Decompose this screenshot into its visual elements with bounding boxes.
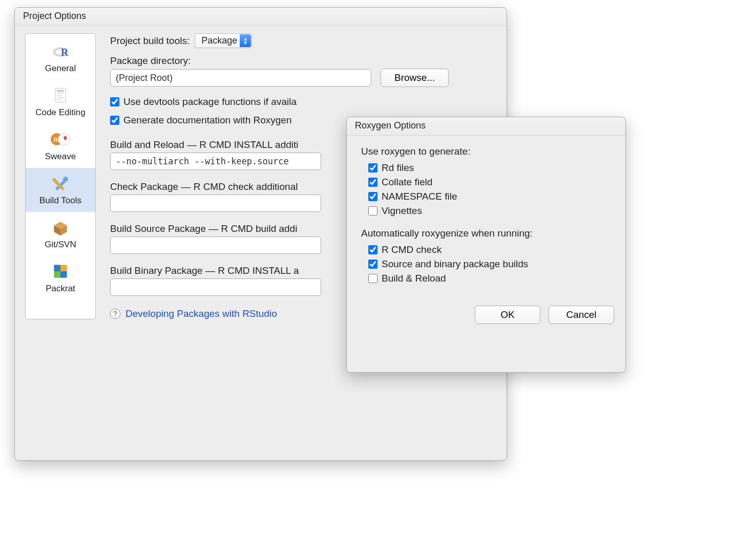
rox-gen-collate-label: Collate field	[382, 177, 432, 188]
tools-icon	[49, 173, 72, 193]
help-link[interactable]: Developing Packages with RStudio	[125, 308, 277, 319]
svg-point-12	[63, 177, 68, 182]
roxygen-options-window: Roxygen Options Use roxygen to generate:…	[346, 117, 626, 373]
rox-gen-namespace-checkbox[interactable]	[368, 192, 377, 201]
svg-rect-15	[60, 265, 67, 271]
pkg-dir-label: Package directory:	[110, 55, 490, 67]
sweave-icon: Rnw	[49, 129, 72, 149]
sidebar-item-git-svn[interactable]: Git/SVN	[26, 212, 95, 256]
build-reload-field[interactable]	[110, 153, 321, 170]
build-src-field[interactable]	[110, 236, 321, 254]
svg-rect-14	[54, 265, 60, 271]
project-options-title: Project Options	[15, 8, 507, 26]
roxygen-gen-label: Use roxygen to generate:	[361, 146, 611, 157]
roxygen-body: Use roxygen to generate: Rd files Collat…	[347, 136, 625, 306]
chevron-updown-icon: ▲▼	[240, 34, 251, 47]
sidebar-item-label: Sweave	[45, 152, 76, 162]
pkg-dir-field[interactable]	[110, 69, 371, 87]
check-pkg-field[interactable]	[110, 195, 321, 212]
svg-text:R: R	[61, 47, 69, 58]
roxygen-cancel-button[interactable]: Cancel	[549, 306, 614, 324]
rox-auto-srcbin-label: Source and binary package builds	[382, 259, 528, 270]
rox-auto-reload-checkbox[interactable]	[368, 274, 377, 283]
rox-auto-srcbin-checkbox[interactable]	[368, 260, 377, 269]
gen-roxygen-checkbox[interactable]	[110, 116, 119, 125]
rox-gen-rd-label: Rd files	[382, 162, 414, 174]
sidebar-item-label: General	[45, 63, 76, 74]
document-code-icon	[49, 85, 72, 105]
box-icon	[49, 217, 72, 238]
packrat-icon	[49, 261, 72, 282]
use-devtools-checkbox[interactable]	[110, 97, 119, 106]
roxygen-auto-label: Automatically roxygenize when running:	[361, 228, 611, 239]
rox-gen-vignettes-checkbox[interactable]	[368, 206, 377, 216]
rox-gen-vignettes-label: Vignettes	[382, 205, 422, 217]
sidebar-item-code-editing[interactable]: Code Editing	[26, 80, 95, 124]
help-icon: ?	[110, 309, 120, 319]
rox-gen-namespace-label: NAMESPACE file	[382, 191, 457, 202]
sidebar-item-label: Build Tools	[39, 196, 81, 206]
roxygen-title: Roxygen Options	[347, 117, 625, 136]
sidebar-item-sweave[interactable]: Rnw Sweave	[26, 124, 95, 168]
sidebar-item-label: Packrat	[46, 284, 75, 294]
sidebar-item-label: Git/SVN	[45, 240, 76, 250]
gen-roxygen-label: Generate documentation with Roxygen	[123, 115, 291, 126]
rox-auto-reload-label: Build & Reload	[382, 273, 446, 284]
rox-auto-check-label: R CMD check	[382, 244, 442, 255]
rox-gen-rd-checkbox[interactable]	[368, 163, 377, 173]
options-sidebar: R General Code Editing Rnw Sweave	[25, 33, 96, 319]
sidebar-item-label: Code Editing	[35, 107, 85, 118]
build-bin-field[interactable]	[110, 278, 321, 296]
browse-button[interactable]: Browse...	[381, 69, 449, 87]
build-tools-value: Package	[201, 35, 237, 46]
rox-auto-check-checkbox[interactable]	[368, 245, 377, 254]
roxygen-ok-button[interactable]: OK	[475, 306, 540, 324]
build-tools-label: Project build tools:	[110, 35, 190, 47]
sidebar-item-general[interactable]: R General	[26, 36, 95, 80]
rox-gen-collate-checkbox[interactable]	[368, 178, 377, 187]
svg-rect-16	[54, 271, 60, 278]
svg-rect-17	[60, 271, 67, 278]
use-devtools-label: Use devtools package functions if availa	[123, 96, 297, 107]
sidebar-item-packrat[interactable]: Packrat	[26, 256, 95, 300]
sidebar-item-build-tools[interactable]: Build Tools	[26, 168, 95, 212]
r-logo-icon: R	[49, 41, 72, 61]
build-tools-dropdown[interactable]: Package ▲▼	[195, 33, 252, 48]
